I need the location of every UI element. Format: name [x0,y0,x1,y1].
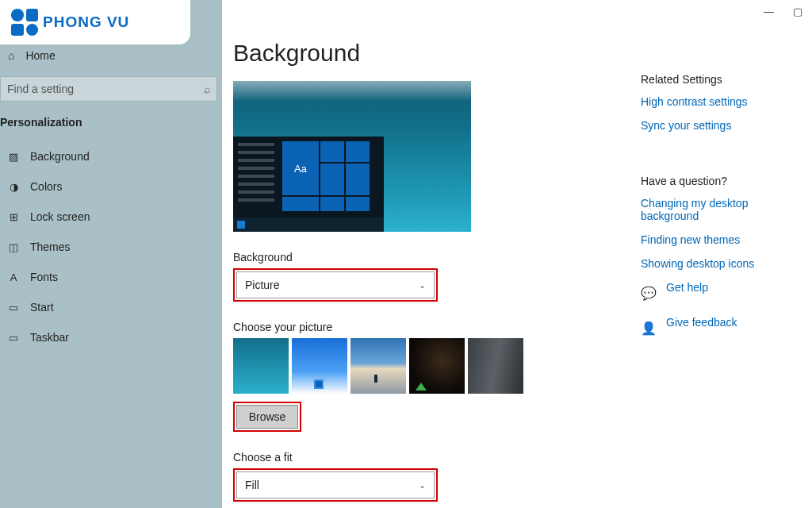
background-label: Background [233,251,634,264]
category-heading: Personalization [0,116,222,141]
sidebar-item-label: Colors [30,180,62,193]
sidebar-item-start[interactable]: ▭ Start [0,292,222,322]
dropdown-value: Fill [245,479,259,491]
fit-dropdown[interactable]: Fill ⌄ [236,471,435,498]
picture-icon: ▨ [8,151,19,163]
picture-thumb[interactable] [468,338,523,394]
sidebar-item-fonts[interactable]: A Fonts [0,262,222,292]
highlight-box: Fill ⌄ [233,468,438,502]
home-link[interactable]: ⌂ Home [0,44,222,76]
get-help-link[interactable]: 💬 Get help [641,281,807,305]
home-label: Home [25,49,55,62]
related-heading: Related Settings [641,73,807,86]
sidebar-item-label: Taskbar [30,331,69,344]
minimize-button[interactable]: — [764,6,774,17]
page-title: Background [233,40,634,67]
sidebar-item-themes[interactable]: ◫ Themes [0,232,222,262]
lock-icon: ⊞ [8,211,19,223]
highlight-box: Browse [233,402,301,432]
desktop-preview: Aa [233,81,471,232]
preview-sample-text: Aa [282,141,319,195]
picture-thumb[interactable] [292,338,347,394]
colors-icon: ◑ [8,181,19,193]
picture-thumb[interactable] [409,338,465,394]
browse-button[interactable]: Browse [236,405,298,429]
themes-icon: ◫ [8,241,19,253]
search-input[interactable]: Find a setting ⌕ [0,76,217,102]
maximize-button[interactable]: ▢ [793,6,802,17]
dropdown-value: Picture [245,279,280,291]
main-content: Background Aa Background Picture ⌄ Choos… [222,0,634,508]
picture-thumb[interactable] [350,338,406,394]
chevron-down-icon: ⌄ [419,480,426,491]
titlebar-controls: — ▢ [764,0,812,22]
sidebar-item-label: Lock screen [30,210,90,223]
sidebar-item-label: Themes [30,241,71,253]
taskbar-icon: ▭ [8,332,19,344]
question-heading: Have a question? [641,175,807,187]
sidebar-item-lockscreen[interactable]: ⊞ Lock screen [0,202,222,232]
feedback-label: Give feedback [666,316,737,329]
sidebar: ⌂ Home Find a setting ⌕ Personalization … [0,0,222,508]
background-dropdown[interactable]: Picture ⌄ [236,271,435,298]
chevron-down-icon: ⌄ [419,280,426,291]
aside-panel: Related Settings High contrast settings … [641,73,807,340]
brand-text: PHONG VU [43,13,129,31]
start-icon: ▭ [8,302,19,314]
search-icon: ⌕ [204,83,210,95]
home-icon: ⌂ [8,49,14,62]
brand-icon [11,9,38,36]
question-link[interactable]: Finding new themes [641,233,807,246]
sidebar-item-label: Fonts [30,271,58,283]
sidebar-item-label: Start [30,301,54,314]
fonts-icon: A [8,271,19,283]
highlight-box: Picture ⌄ [233,268,438,302]
help-icon: 💬 [641,286,655,301]
choose-fit-label: Choose a fit [233,451,634,464]
related-link[interactable]: Sync your settings [641,119,807,132]
question-link[interactable]: Showing desktop icons [641,257,807,270]
brand-watermark: PHONG VU [0,0,190,44]
related-link[interactable]: High contrast settings [641,95,807,108]
picture-thumbnails [233,338,634,394]
sidebar-item-taskbar[interactable]: ▭ Taskbar [0,322,222,352]
choose-picture-label: Choose your picture [233,321,634,333]
search-placeholder: Find a setting [7,83,74,95]
sidebar-item-colors[interactable]: ◑ Colors [0,171,222,202]
preview-start-menu: Aa [233,137,384,232]
question-link[interactable]: Changing my desktop background [641,197,807,222]
picture-thumb[interactable] [233,338,289,394]
sidebar-item-label: Background [30,150,90,163]
feedback-icon: 👤 [641,321,655,336]
help-label: Get help [666,281,708,294]
sidebar-item-background[interactable]: ▨ Background [0,141,222,171]
give-feedback-link[interactable]: 👤 Give feedback [641,316,807,340]
